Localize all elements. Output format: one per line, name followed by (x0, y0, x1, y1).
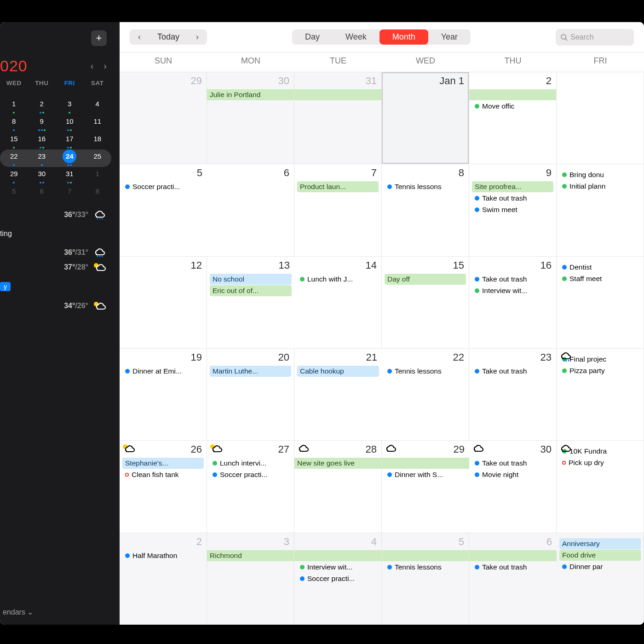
event[interactable]: Pick up dry (559, 457, 641, 468)
day-cell[interactable]: 5Tennis lessons (382, 533, 469, 625)
next-button[interactable]: › (188, 29, 207, 45)
day-cell[interactable]: 29Dinner with S... (382, 440, 469, 532)
day-cell[interactable]: 14Lunch with J... (294, 256, 382, 348)
day-cell[interactable]: 3Richmond (207, 533, 294, 625)
event[interactable]: Soccer practi... (122, 181, 204, 192)
event[interactable]: Soccer practi... (297, 573, 379, 584)
event[interactable]: Food drive (559, 550, 641, 561)
day-cell[interactable] (557, 72, 644, 164)
mini-day[interactable]: 11 (84, 115, 112, 132)
event[interactable] (294, 550, 381, 561)
event[interactable]: Swim meet (472, 204, 553, 215)
sidebar-tag[interactable]: y (0, 282, 11, 291)
day-cell[interactable]: 4Interview wit...Soccer practi... (294, 533, 382, 625)
day-cell[interactable]: 28New site goes live (294, 440, 382, 532)
event[interactable] (382, 550, 469, 561)
day-cell[interactable]: 2Half Marathon (120, 533, 207, 625)
view-month[interactable]: Month (380, 29, 428, 45)
event[interactable]: Lunch intervi... (210, 458, 291, 469)
day-cell[interactable]: 29 (120, 72, 207, 164)
event[interactable]: Pizza party (559, 365, 641, 376)
day-cell[interactable]: 10K FundraPick up dry (557, 440, 644, 532)
event[interactable]: Interview wit... (297, 562, 379, 573)
mini-day[interactable]: 8 (84, 184, 112, 202)
mini-day[interactable]: 3 (56, 97, 84, 115)
mini-prev-month[interactable]: ‹ (91, 61, 94, 71)
mini-day[interactable]: 7 (56, 184, 84, 202)
event[interactable] (469, 89, 556, 100)
event[interactable]: Julie in Portland (207, 89, 294, 100)
event[interactable]: Take out trash (472, 274, 553, 285)
day-cell[interactable]: 13No schoolEric out of of... (207, 256, 294, 348)
day-cell[interactable]: 2Move offic (469, 72, 557, 164)
event[interactable] (294, 89, 381, 100)
mini-day[interactable]: 25 (84, 150, 112, 167)
event[interactable] (382, 458, 469, 469)
event[interactable]: Movie night (472, 469, 553, 480)
day-cell[interactable]: 31 (294, 72, 382, 164)
prev-button[interactable]: ‹ (130, 29, 149, 45)
mini-day[interactable]: 1 (0, 97, 28, 115)
day-cell[interactable]: 26Stephanie's...Clean fish tank (120, 440, 207, 532)
event[interactable]: No school (210, 274, 292, 285)
event[interactable]: Site proofrea... (472, 181, 553, 192)
event[interactable]: Clean fish tank (122, 469, 204, 480)
event[interactable]: Soccer practi... (210, 469, 291, 480)
day-cell[interactable]: Jan 1 (382, 72, 469, 164)
mini-day[interactable]: 17 (56, 132, 84, 150)
day-cell[interactable]: 6Take out trash (469, 533, 557, 625)
search-input[interactable]: Search (556, 29, 634, 46)
today-button[interactable]: Today (149, 29, 188, 45)
day-cell[interactable]: 15Day off (382, 256, 469, 348)
day-cell[interactable]: 16Take out trashInterview wit... (469, 256, 557, 348)
event[interactable]: Tennis lessons (385, 366, 466, 377)
event[interactable]: Tennis lessons (385, 181, 466, 192)
calendars-toggle[interactable]: endars ⌄ (3, 608, 33, 616)
event[interactable]: Eric out of of... (210, 285, 292, 296)
event[interactable]: Dinner with S... (385, 469, 466, 480)
month-grid[interactable]: 2930Julie in Portland31Jan 12Move offic5… (120, 72, 644, 625)
mini-calendar[interactable]: WEDTHUFRISAT1234891011151617182223242529… (0, 80, 115, 202)
day-cell[interactable]: 9Site proofrea...Take out trashSwim meet (469, 164, 557, 256)
day-cell[interactable]: 23Take out trash (469, 348, 557, 440)
day-cell[interactable]: 8Tennis lessons (382, 164, 469, 256)
event[interactable]: Half Marathon (122, 550, 204, 561)
add-event-button[interactable]: + (91, 30, 107, 46)
mini-day[interactable]: 15 (0, 132, 28, 150)
event[interactable]: New site goes live (294, 458, 381, 469)
event[interactable]: Dinner at Emi... (122, 366, 204, 377)
day-cell[interactable]: 20Martin Luthe... (207, 348, 294, 440)
event[interactable]: Bring donu (559, 169, 641, 180)
event[interactable]: Richmond (207, 550, 294, 561)
mini-day[interactable]: 9 (28, 115, 56, 132)
event[interactable]: Staff meet (559, 273, 641, 284)
day-cell[interactable]: DentistStaff meet (557, 256, 644, 348)
event[interactable]: Dinner par (559, 561, 641, 572)
event[interactable]: Lunch with J... (297, 274, 379, 285)
mini-day[interactable]: 30 (28, 167, 56, 184)
day-cell[interactable]: 30Take out trashMovie night (469, 440, 557, 532)
mini-day[interactable]: 23 (28, 150, 56, 167)
mini-day[interactable]: 1 (84, 167, 112, 184)
mini-next-month[interactable]: › (104, 61, 107, 71)
mini-day[interactable]: 16 (28, 132, 56, 150)
mini-day[interactable]: 6 (28, 184, 56, 202)
day-cell[interactable]: 5Soccer practi... (120, 164, 207, 256)
day-cell[interactable]: Final projecPizza party (557, 348, 644, 440)
event[interactable]: Anniversary (559, 538, 641, 549)
event[interactable]: Tennis lessons (385, 562, 466, 573)
day-cell[interactable]: 12 (120, 256, 207, 348)
day-cell[interactable]: 22Tennis lessons (382, 348, 469, 440)
event[interactable]: Day off (385, 274, 466, 285)
event[interactable]: Take out trash (472, 366, 553, 377)
event[interactable] (469, 550, 557, 561)
mini-day[interactable]: 10 (56, 115, 84, 132)
day-cell[interactable]: AnniversaryFood driveDinner par (557, 533, 644, 625)
mini-day[interactable]: 8 (0, 115, 28, 132)
event[interactable]: Dentist (559, 262, 641, 273)
event[interactable]: Cable hookup (297, 366, 379, 377)
event[interactable]: Martin Luthe... (210, 366, 291, 377)
day-cell[interactable]: 19Dinner at Emi... (120, 348, 207, 440)
day-cell[interactable]: 21Cable hookup (294, 348, 382, 440)
day-cell[interactable]: 27Lunch intervi...Soccer practi... (207, 440, 294, 532)
